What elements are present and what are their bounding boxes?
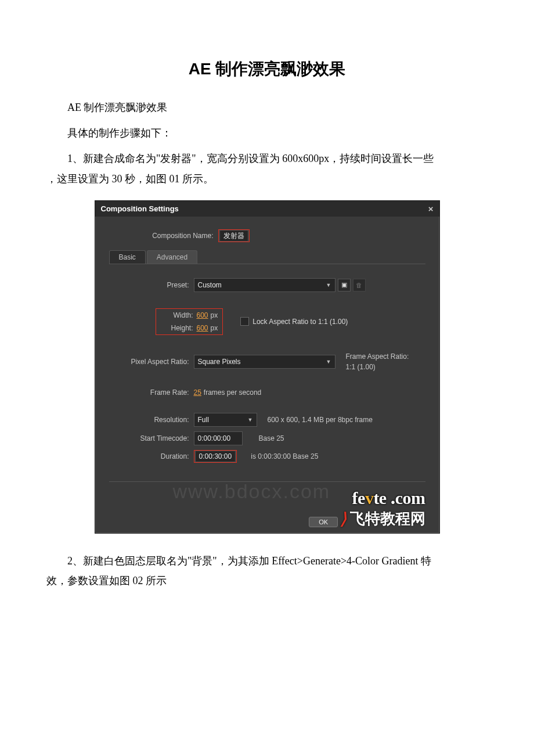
resolution-label: Resolution:: [114, 416, 194, 424]
watermark-site: fevte .com: [109, 487, 425, 509]
comp-name-label: Composition Name:: [109, 232, 218, 240]
start-timecode-input[interactable]: 0:00:00:00: [194, 431, 243, 445]
width-label: Width:: [158, 311, 197, 319]
paragraph-steps-header: 具体的制作步骤如下：: [46, 123, 488, 143]
close-icon[interactable]: ×: [428, 204, 434, 213]
arrow-icon: ⟩: [340, 509, 347, 528]
watermark-cn: ⟩ 飞特教程网: [340, 509, 425, 529]
tab-advanced[interactable]: Advanced: [147, 250, 197, 264]
ok-button[interactable]: OK: [309, 517, 338, 527]
height-unit: px: [211, 324, 218, 332]
far-label: Frame Aspect Ratio:: [346, 352, 409, 361]
par-value: Square Pixels: [198, 357, 241, 367]
paragraph-step2-b: 效，参数设置如图 02 所示: [46, 571, 488, 591]
par-dropdown[interactable]: Square Pixels ▼: [194, 355, 335, 369]
framerate-label: Frame Rate:: [114, 388, 194, 397]
width-unit: px: [211, 311, 218, 319]
resolution-value: Full: [198, 415, 209, 425]
duration-label: Duration:: [114, 452, 194, 460]
duration-info: is 0:00:30:00 Base 25: [251, 451, 318, 462]
chevron-down-icon: ▼: [326, 280, 331, 290]
width-input[interactable]: 600: [197, 311, 210, 319]
paragraph-step1-b: ，这里设置为 30 秒，如图 01 所示。: [46, 169, 488, 189]
resolution-dropdown[interactable]: Full ▼: [194, 413, 257, 427]
delete-preset-button[interactable]: 🗑: [353, 279, 366, 291]
height-label: Height:: [158, 324, 197, 332]
paragraph-intro: AE 制作漂亮飘渺效果: [46, 98, 488, 117]
par-label: Pixel Aspect Ratio:: [114, 358, 194, 366]
chevron-down-icon: ▼: [326, 357, 331, 367]
far-value: 1:1 (1.00): [346, 363, 376, 371]
start-timecode-label: Start Timecode:: [114, 434, 194, 442]
preset-value: Custom: [198, 280, 222, 290]
paragraph-step2-a: 2、新建白色固态层取名为"背景"，为其添加 Effect>Generate>4-…: [46, 551, 488, 571]
framerate-unit: frames per second: [204, 388, 261, 397]
dialog-title: Composition Settings: [101, 204, 179, 213]
duration-input[interactable]: 0:00:30:00: [195, 451, 236, 462]
comp-name-input[interactable]: 发射器: [219, 230, 248, 242]
tab-basic[interactable]: Basic: [109, 250, 146, 264]
resolution-info: 600 x 600, 1.4 MB per 8bpc frame: [268, 415, 373, 425]
framerate-input[interactable]: 25: [194, 388, 203, 397]
page-title: AE 制作漂亮飘渺效果: [46, 58, 488, 80]
chevron-down-icon: ▼: [248, 415, 253, 425]
start-timecode-info: Base 25: [259, 433, 284, 444]
paragraph-step1-a: 1、新建合成命名为"发射器"，宽高分别设置为 600x600px，持续时间设置长…: [46, 149, 488, 168]
lock-aspect-checkbox[interactable]: [240, 317, 249, 326]
composition-settings-screenshot: Composition Settings × Composition Name:…: [95, 200, 440, 534]
save-preset-button[interactable]: ▣: [338, 279, 351, 291]
preset-label: Preset:: [114, 281, 194, 289]
preset-dropdown[interactable]: Custom ▼: [194, 278, 335, 292]
lock-aspect-label: Lock Aspect Ratio to 1:1 (1.00): [252, 318, 348, 326]
height-input[interactable]: 600: [197, 324, 210, 332]
